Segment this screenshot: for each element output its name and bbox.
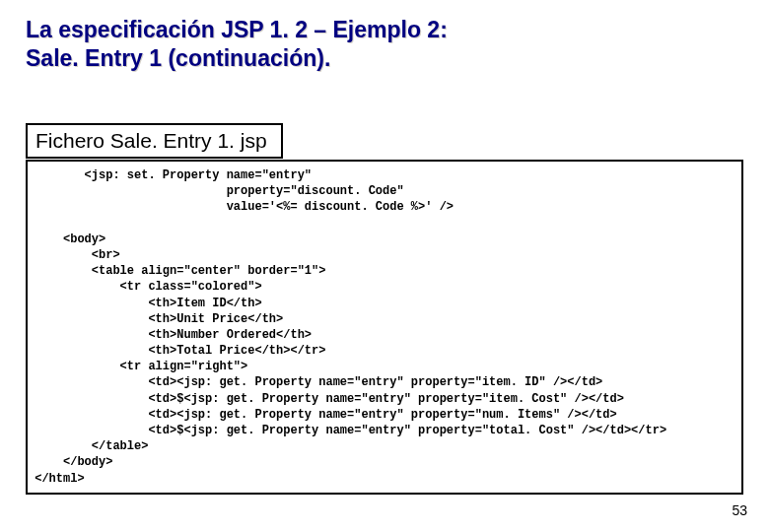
slide-title: La especificación JSP 1. 2 – Ejemplo 2: … — [26, 16, 743, 73]
file-label-text: Fichero Sale. Entry 1. jsp — [35, 129, 267, 152]
code-content: <jsp: set. Property name="entry" propert… — [28, 167, 741, 487]
file-label-box: Fichero Sale. Entry 1. jsp — [26, 123, 283, 159]
title-line-1: La especificación JSP 1. 2 – Ejemplo 2: — [26, 16, 743, 44]
slide: La especificación JSP 1. 2 – Ejemplo 2: … — [0, 0, 769, 532]
page-number: 53 — [732, 502, 747, 518]
code-box: <jsp: set. Property name="entry" propert… — [26, 160, 743, 495]
title-line-2: Sale. Entry 1 (continuación). — [26, 44, 743, 73]
